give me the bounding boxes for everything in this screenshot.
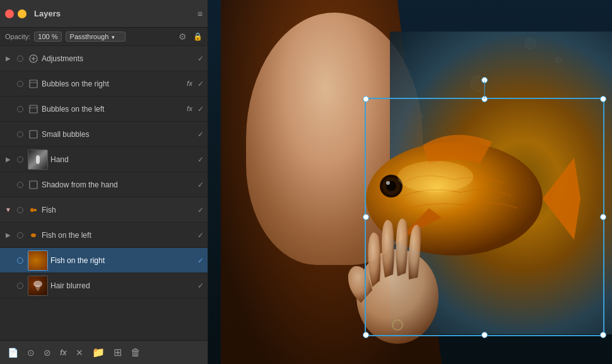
new-group-button[interactable]: 📁 (91, 345, 106, 360)
fx-button[interactable]: fx (59, 347, 68, 358)
visibility-toggle[interactable] (15, 281, 25, 291)
svg-rect-3 (30, 105, 37, 113)
layer-name: Hand (50, 155, 194, 164)
layer-shadow-hand[interactable]: Shadow from the hand ✓ (0, 172, 208, 197)
visibility-toggle[interactable] (15, 205, 25, 215)
layer-visible-check: ✓ (197, 54, 204, 63)
layer-thumbnail (28, 250, 48, 271)
layer-visible-check: ✓ (197, 231, 204, 240)
fx-badge: fx (187, 105, 192, 112)
visibility-toggle[interactable] (15, 129, 25, 139)
layer-bubbles-left[interactable]: Bubbles on the left fx ✓ (0, 97, 208, 122)
visibility-toggle[interactable] (15, 255, 25, 266)
layer-small-bubbles[interactable]: Small bubbles ✓ (0, 122, 208, 147)
layer-fish-group[interactable]: ▼ Fish ✓ (0, 197, 208, 223)
layer-bubbles-right[interactable]: Bubbles on the right fx ✓ (0, 71, 208, 97)
layer-name: Adjustments (42, 54, 194, 63)
layer-type-icon (28, 103, 39, 115)
layer-name: Hair blurred (50, 281, 194, 290)
opacity-row: Opacity: 100 % Passthrough ▾ ⚙ 🔒 (0, 28, 208, 46)
layer-settings-icon[interactable]: ⚙ (179, 32, 187, 42)
layer-thumbnail (28, 150, 48, 170)
canvas-background (208, 0, 612, 364)
layer-type-icon (28, 129, 39, 140)
panel-titlebar: Layers ≡ (0, 0, 208, 28)
panel-menu-icon[interactable]: ≡ (197, 9, 203, 19)
layer-visible-check: ✓ (197, 130, 204, 139)
blend-dropdown-icon: ▾ (112, 34, 115, 40)
layers-panel: Layers ≡ Opacity: 100 % Passthrough ▾ ⚙ … (0, 0, 208, 364)
layer-fish-right[interactable]: Fish on the right ✓ (0, 248, 208, 273)
lock-icon[interactable]: 🔒 (193, 32, 203, 41)
svg-rect-1 (30, 80, 37, 88)
layer-type-icon (28, 53, 39, 64)
layer-name: Fish (42, 206, 194, 214)
expand-arrow[interactable]: ▼ (4, 206, 13, 213)
layer-visible-check: ✓ (197, 105, 204, 114)
layer-visible-check: ✓ (197, 206, 204, 214)
visibility-toggle[interactable] (15, 79, 25, 89)
minimize-button[interactable] (18, 9, 26, 18)
layer-adjustments[interactable]: ▶ Adjustments ✓ (0, 46, 208, 71)
fish-group-icon (28, 204, 39, 216)
fish-left-icon (28, 230, 39, 241)
visibility-toggle[interactable] (15, 54, 25, 64)
svg-rect-5 (30, 131, 37, 138)
layer-hand[interactable]: ▶ Hand ✓ (0, 147, 208, 172)
layer-name: Fish on the left (42, 231, 194, 240)
visibility-toggle[interactable] (15, 104, 25, 114)
opacity-input[interactable]: 100 % (34, 32, 61, 42)
layer-thumbnail (28, 276, 48, 296)
canvas-area[interactable] (208, 0, 612, 364)
fx-badge: fx (187, 80, 192, 87)
layer-visible-check: ✓ (197, 256, 204, 265)
expand-arrow[interactable]: ▶ (4, 232, 13, 238)
layer-visible-check: ✓ (197, 79, 204, 88)
layers-list: ▶ Adjustments ✓ Bubbles on the right fx … (0, 46, 208, 340)
expand-arrow[interactable]: ▶ (4, 55, 13, 62)
svg-rect-6 (30, 181, 37, 189)
layer-visible-check: ✓ (197, 180, 204, 189)
layers-toolbar: 📄 ⊙ ⊘ fx ✕ 📁 ⊞ 🗑 (0, 340, 208, 364)
layer-name: Small bubbles (42, 130, 194, 139)
mask-button[interactable]: ⊘ (42, 346, 52, 359)
panel-title: Layers (34, 9, 61, 18)
layer-name: Bubbles on the left (42, 105, 184, 114)
layer-name: Shadow from the hand (42, 180, 194, 189)
layer-fish-left[interactable]: ▶ Fish on the left ✓ (0, 223, 208, 248)
layer-name: Bubbles on the right (42, 79, 184, 88)
svg-point-7 (30, 208, 34, 212)
layer-name: Fish on the right (50, 256, 194, 265)
hand-svg (334, 177, 461, 353)
layer-type-icon (28, 78, 39, 90)
close-button[interactable] (5, 9, 14, 18)
svg-point-9 (31, 233, 36, 237)
svg-point-8 (34, 209, 37, 211)
delete-layer-button[interactable]: 🗑 (129, 346, 142, 360)
new-adjustment-button[interactable]: ⊙ (26, 346, 36, 359)
duplicate-button[interactable]: ⊞ (112, 345, 123, 360)
layer-visible-check: ✓ (197, 281, 204, 290)
layer-visible-check: ✓ (197, 155, 204, 164)
new-layer-button[interactable]: 📄 (6, 346, 20, 359)
visibility-toggle[interactable] (15, 180, 25, 190)
expand-arrow[interactable]: ▶ (4, 156, 13, 163)
visibility-toggle[interactable] (15, 230, 25, 240)
layer-type-icon (28, 179, 39, 191)
remove-fx-button[interactable]: ✕ (74, 346, 85, 359)
opacity-label: Opacity: (5, 33, 30, 40)
blend-mode-select[interactable]: Passthrough ▾ (66, 32, 126, 42)
layer-hair-blurred[interactable]: Hair blurred ✓ (0, 273, 208, 298)
visibility-toggle[interactable] (15, 155, 25, 165)
